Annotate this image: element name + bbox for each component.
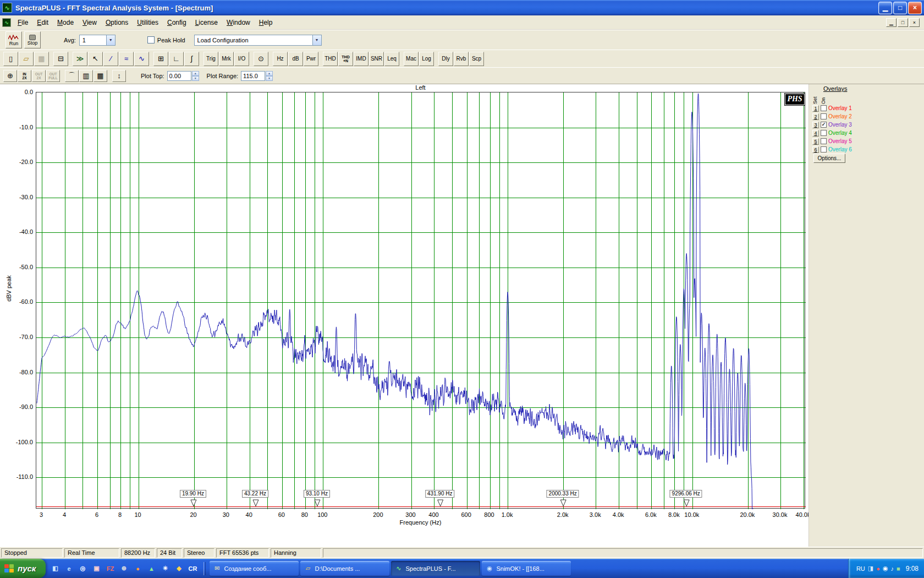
amplitude-scale-button[interactable]: ↕ [112, 70, 126, 82]
stop-button[interactable]: Stop [24, 31, 41, 48]
frequency-marker[interactable]: 19.90 Hz [180, 490, 206, 498]
task-button-3[interactable]: ∿SpectraPLUS - F... [391, 561, 480, 576]
tray-icon-5[interactable]: ■ [897, 565, 900, 572]
tray-icon-1[interactable]: ◨ [868, 565, 873, 572]
thd-n-measure-button[interactable]: THD+N [338, 52, 353, 66]
overlays-options-button[interactable]: Options... [813, 154, 845, 163]
open-file-button[interactable]: ▱ [19, 52, 34, 66]
start-button[interactable]: пуск [0, 559, 46, 578]
frequency-marker[interactable]: 43.22 Hz [242, 490, 268, 498]
tray-icon-3[interactable]: ◉ [883, 565, 888, 572]
save-file-button[interactable]: ▦ [34, 52, 49, 66]
menu-view[interactable]: View [78, 17, 101, 29]
quick-launch-2[interactable]: e [62, 561, 75, 576]
overlays-title[interactable]: Overlays [823, 85, 847, 92]
zoom-out-2x-button[interactable]: OUT2X [32, 70, 46, 82]
zoom-tool-button[interactable]: ⊕ [3, 70, 17, 82]
task-button-4[interactable]: ◉SnimOK! - [[168... [482, 561, 571, 576]
fast-forward-button[interactable]: ≫ [73, 52, 87, 66]
axes-settings-button[interactable]: ∟ [169, 52, 184, 66]
plot-top-spinner[interactable]: ▲ ▼ [192, 71, 199, 81]
spectrum-chart[interactable]: Left dBV peak Frequency (Hz) PHS 0.0-10.… [0, 84, 809, 547]
spin-up-icon[interactable]: ▲ [266, 71, 273, 76]
imd-measure-button[interactable]: IMD [354, 52, 369, 66]
filled-wave-tool-button[interactable]: ∿ [134, 52, 149, 66]
child-restore-button[interactable]: □ [898, 18, 908, 27]
snr-measure-button[interactable]: SNR [369, 52, 384, 66]
logging-button[interactable]: Log [419, 52, 434, 66]
overlay-checkbox-3[interactable]: ✓ [821, 122, 827, 128]
maximize-button[interactable]: □ [893, 2, 907, 14]
quick-launch-7[interactable]: ● [131, 561, 144, 576]
units-hz-button[interactable]: Hz [273, 52, 288, 66]
child-close-button[interactable]: × [909, 18, 920, 27]
spectrum-plot-svg[interactable] [36, 92, 806, 509]
frequency-marker[interactable]: 93.10 Hz [304, 490, 330, 498]
spin-up-icon[interactable]: ▲ [192, 71, 199, 76]
spin-down-icon[interactable]: ▼ [266, 76, 273, 81]
marker-pointer-icon[interactable] [191, 500, 196, 506]
quick-launch-6[interactable]: ⊕ [117, 561, 130, 576]
units-db-button[interactable]: dB [288, 52, 303, 66]
menu-config[interactable]: Config [163, 17, 191, 29]
menu-help[interactable]: Help [255, 17, 277, 29]
macro-button[interactable]: Mac [404, 52, 419, 66]
run-button[interactable]: Run [6, 31, 22, 48]
dropdown-arrow-icon[interactable]: ▼ [312, 35, 321, 45]
overlay-set-button-5[interactable]: 5 [812, 138, 819, 145]
menu-mode[interactable]: Mode [53, 17, 78, 29]
thd-measure-button[interactable]: THD [323, 52, 338, 66]
plot-area[interactable] [36, 92, 805, 509]
spin-down-icon[interactable]: ▼ [192, 76, 199, 81]
quick-launch-5[interactable]: FZ [103, 561, 117, 576]
quick-launch-9[interactable]: ✳ [158, 561, 172, 576]
close-button[interactable]: × [908, 2, 922, 14]
grid-toggle-button[interactable]: ▦ [94, 70, 107, 82]
overlay-set-button-3[interactable]: 3 [812, 122, 819, 128]
menu-license[interactable]: License [191, 17, 222, 29]
line-fit-tool-button[interactable]: ∕ [103, 52, 118, 66]
peak-hold-display-button[interactable]: ⌒ [65, 70, 79, 82]
minimize-button[interactable]: ▁ [878, 2, 892, 14]
quick-launch-8[interactable]: ▲ [145, 561, 158, 576]
cursor-tool-button[interactable]: ↖ [88, 52, 103, 66]
menu-options[interactable]: Options [101, 17, 133, 29]
frequency-marker[interactable]: 9296.06 Hz [670, 490, 702, 498]
quick-launch-4[interactable]: ▣ [90, 561, 103, 576]
trigger-settings-button[interactable]: Trig [204, 52, 218, 66]
print-button[interactable]: ⊟ [53, 52, 68, 66]
quick-launch-3[interactable]: ◎ [76, 561, 89, 576]
load-configuration-select[interactable]: Load Configuration ▼ [194, 35, 322, 46]
menu-window[interactable]: Window [222, 17, 255, 29]
quick-launch-1[interactable]: ◧ [48, 561, 62, 576]
io-settings-button[interactable]: I/O [234, 52, 249, 66]
avg-select[interactable]: 1 ▼ [79, 35, 116, 46]
zoom-out-full-button[interactable]: OUTFULL [46, 70, 60, 82]
frequency-marker[interactable]: 431.90 Hz [425, 490, 455, 498]
overlay-checkbox-1[interactable] [821, 105, 827, 111]
overlay-set-button-6[interactable]: 6 [812, 146, 819, 153]
new-file-button[interactable]: ▯ [3, 52, 18, 66]
marker-pointer-icon[interactable] [438, 500, 443, 506]
reverb-measure-button[interactable]: Rvb [454, 52, 469, 66]
overlay-set-button-4[interactable]: 4 [812, 130, 819, 137]
task-button-2[interactable]: ▱D:\Documents ... [300, 561, 389, 576]
overlay-checkbox-4[interactable] [821, 130, 827, 136]
markers-settings-button[interactable]: Mrk [219, 52, 234, 66]
overlay-set-button-2[interactable]: 2 [812, 113, 819, 120]
overlay-checkbox-2[interactable] [821, 113, 827, 119]
clock[interactable]: 9:08 [906, 565, 919, 572]
marker-pointer-icon[interactable] [684, 500, 689, 506]
tray-icon-2[interactable]: ● [876, 565, 880, 572]
menu-edit[interactable]: Edit [32, 17, 53, 29]
leq-measure-button[interactable]: Leq [384, 52, 399, 66]
menu-file[interactable]: File [13, 17, 32, 29]
scaling-settings-button[interactable]: ∫ [184, 52, 199, 66]
quick-launch-11[interactable]: CR [186, 561, 199, 576]
zoom-in-2x-button[interactable]: IN2X [18, 70, 31, 82]
overlay-set-button-1[interactable]: 1 [812, 105, 819, 112]
menu-utilities[interactable]: Utilities [133, 17, 163, 29]
child-minimize-button[interactable]: ▁ [886, 18, 897, 27]
bar-display-button[interactable]: ▥ [79, 70, 93, 82]
language-indicator[interactable]: RU [856, 565, 865, 572]
